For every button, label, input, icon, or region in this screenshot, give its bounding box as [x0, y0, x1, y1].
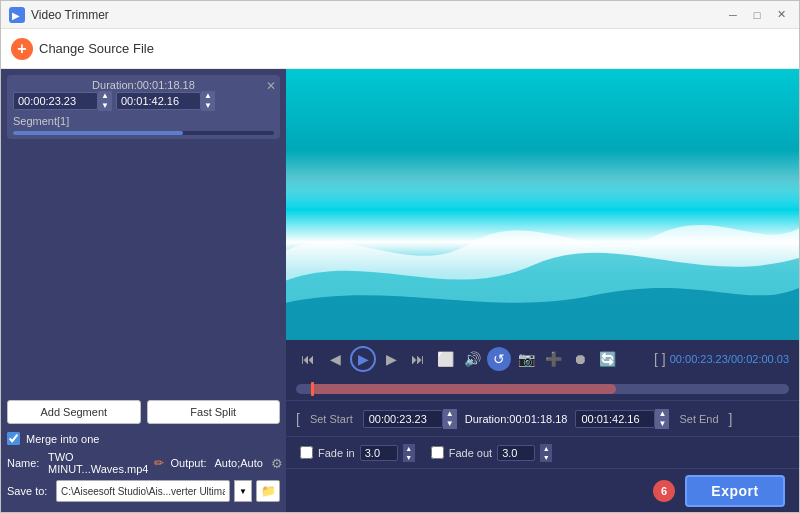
play-button[interactable]: ▶	[350, 346, 376, 372]
fade-in-down[interactable]: ▼	[403, 453, 415, 462]
main-content: Duration:00:01:18.18 ✕ ▲ ▼ ▲	[1, 69, 799, 512]
set-start-input[interactable]	[363, 410, 443, 428]
video-preview	[286, 69, 799, 340]
segment-duration: Duration:00:01:18.18	[13, 79, 274, 91]
save-row: Save to: ▼ 📁	[7, 480, 280, 502]
fade-in-spinners: ▲ ▼	[403, 444, 415, 462]
start-time-group: ▲ ▼	[13, 91, 112, 111]
app-icon: ▶	[9, 7, 25, 23]
save-label: Save to:	[7, 485, 52, 497]
set-end-group: ▲ ▼	[575, 409, 669, 429]
left-panel: Duration:00:01:18.18 ✕ ▲ ▼ ▲	[1, 69, 286, 512]
name-row: Name: TWO MINUT...Waves.mp4 ✏ Output: Au…	[7, 451, 280, 475]
timeline-track[interactable]	[296, 384, 789, 394]
set-end-spinners: ▲ ▼	[655, 409, 669, 429]
fade-in-input[interactable]	[360, 445, 398, 461]
merge-checkbox[interactable]	[7, 432, 20, 445]
end-time-input[interactable]	[116, 92, 201, 110]
main-window: ▶ Video Trimmer ─ □ ✕ + Change Source Fi…	[0, 0, 800, 513]
end-time-down[interactable]: ▼	[201, 101, 215, 111]
start-spinners: ▲ ▼	[98, 91, 112, 111]
close-segment-button[interactable]: ✕	[266, 79, 276, 93]
playback-controls: ⏮ ◀ ▶ ▶ ⏭ ⬜ 🔊 ↺ 📷 ➕ ⏺ 🔄 [ ] 00:00:23.23	[286, 340, 799, 378]
set-start-up[interactable]: ▲	[443, 409, 457, 419]
bracket-left: [	[296, 411, 300, 427]
fade-out-spinners: ▲ ▼	[540, 444, 552, 462]
file-name-value: TWO MINUT...Waves.mp4	[48, 451, 148, 475]
export-button[interactable]: Export	[685, 475, 785, 507]
output-row: Output: Auto;Auto ⚙	[170, 456, 282, 471]
title-bar-controls: ─ □ ✕	[723, 7, 791, 23]
set-start-down[interactable]: ▼	[443, 419, 457, 429]
title-bar: ▶ Video Trimmer ─ □ ✕	[1, 1, 799, 29]
set-end-up[interactable]: ▲	[655, 409, 669, 419]
fade-out-checkbox[interactable]	[431, 446, 444, 459]
volume-button[interactable]: 🔊	[460, 347, 484, 371]
title-bar-left: ▶ Video Trimmer	[9, 7, 109, 23]
set-end-input[interactable]	[575, 410, 655, 428]
segment-times: ▲ ▼ ▲ ▼	[13, 91, 274, 111]
time-display: 00:00:23.23/00:02:00.03	[670, 353, 789, 365]
export-number-badge: 6	[653, 480, 675, 502]
set-end-button[interactable]: Set End	[677, 413, 720, 425]
fade-out-down[interactable]: ▼	[540, 453, 552, 462]
start-time-down[interactable]: ▼	[98, 101, 112, 111]
fast-split-button[interactable]: Fast Split	[147, 400, 281, 424]
segment-progress-fill	[13, 131, 183, 135]
skip-to-end-button[interactable]: ⏭	[406, 347, 430, 371]
window-title: Video Trimmer	[31, 8, 109, 22]
close-button[interactable]: ✕	[771, 7, 791, 23]
fade-in-checkbox[interactable]	[300, 446, 313, 459]
record-button[interactable]: ⏺	[568, 347, 592, 371]
change-source-label: Change Source File	[39, 41, 154, 56]
edit-name-icon[interactable]: ✏	[154, 456, 164, 470]
wave-svg	[286, 191, 799, 340]
skip-to-start-button[interactable]: ⏮	[296, 347, 320, 371]
open-folder-button[interactable]: 📁	[256, 480, 280, 502]
bracket-right: ]	[729, 411, 733, 427]
set-duration-label: Duration:00:01:18.18	[465, 413, 568, 425]
set-start-button[interactable]: Set Start	[308, 413, 355, 425]
timeline-marker[interactable]	[311, 382, 314, 396]
set-start-group: ▲ ▼	[363, 409, 457, 429]
segment-item: Duration:00:01:18.18 ✕ ▲ ▼ ▲	[7, 75, 280, 139]
step-back-button[interactable]: ◀	[323, 347, 347, 371]
controls-right: [ ] 00:00:23.23/00:02:00.03	[654, 351, 789, 367]
fade-in-label: Fade in	[318, 447, 355, 459]
set-end-down[interactable]: ▼	[655, 419, 669, 429]
add-marker-button[interactable]: ➕	[541, 347, 565, 371]
end-time-group: ▲ ▼	[116, 91, 215, 111]
fade-out-group: Fade out ▲ ▼	[431, 444, 552, 462]
save-path-input[interactable]	[56, 480, 230, 502]
bracket-right-button[interactable]: ]	[662, 351, 666, 367]
end-time-up[interactable]: ▲	[201, 91, 215, 101]
loop-button[interactable]: ↺	[487, 347, 511, 371]
save-dropdown-button[interactable]: ▼	[234, 480, 252, 502]
segment-label: Segment[1]	[13, 115, 274, 127]
add-segment-button[interactable]: Add Segment	[7, 400, 141, 424]
start-time-up[interactable]: ▲	[98, 91, 112, 101]
output-value: Auto;Auto	[215, 457, 263, 469]
fade-in-up[interactable]: ▲	[403, 444, 415, 453]
gear-icon[interactable]: ⚙	[271, 456, 283, 471]
crop-button[interactable]: ⬜	[433, 347, 457, 371]
add-circle-icon: +	[11, 38, 33, 60]
set-start-spinners: ▲ ▼	[443, 409, 457, 429]
merge-row: Merge into one	[7, 432, 280, 445]
step-forward-button[interactable]: ▶	[379, 347, 403, 371]
fade-out-input[interactable]	[497, 445, 535, 461]
start-time-input[interactable]	[13, 92, 98, 110]
file-name-label: Name:	[7, 457, 42, 469]
output-label: Output:	[170, 457, 206, 469]
bracket-left-button[interactable]: [	[654, 351, 658, 367]
refresh-button[interactable]: 🔄	[595, 347, 619, 371]
minimize-button[interactable]: ─	[723, 7, 743, 23]
maximize-button[interactable]: □	[747, 7, 767, 23]
left-bottom: Add Segment Fast Split Merge into one Na…	[7, 143, 280, 506]
fade-in-group: Fade in ▲ ▼	[300, 444, 415, 462]
video-area	[286, 69, 799, 340]
change-source-button[interactable]: + Change Source File	[11, 38, 154, 60]
screenshot-button[interactable]: 📷	[514, 347, 538, 371]
fade-out-up[interactable]: ▲	[540, 444, 552, 453]
timeline-area[interactable]	[286, 378, 799, 400]
